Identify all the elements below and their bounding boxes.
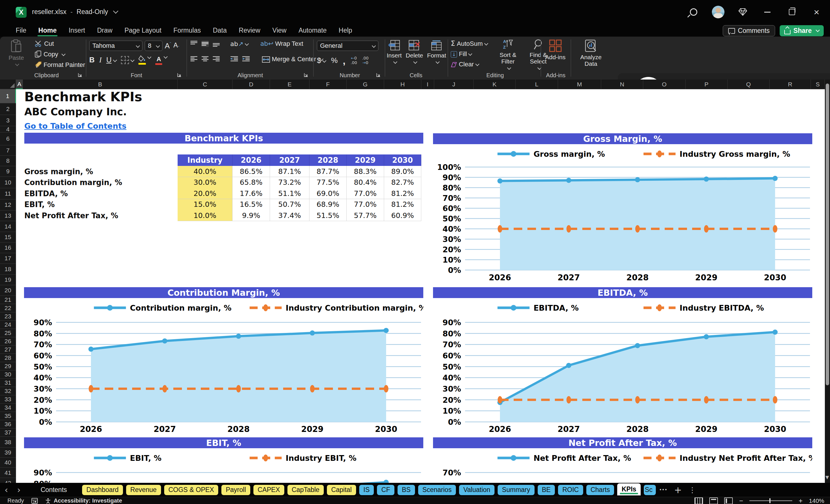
decrease-decimal-button[interactable]: .00→0: [362, 56, 369, 65]
row-header-38[interactable]: 38: [0, 437, 16, 448]
sheet-tab-summary[interactable]: Summary: [498, 485, 534, 495]
chart-npat[interactable]: Net Profit After Tax, %Net Profit After …: [433, 437, 812, 483]
kpi-cell[interactable]: 9.9%: [232, 210, 270, 221]
kpi-cell[interactable]: 57.7%: [347, 210, 384, 221]
kpi-col-header[interactable]: 2028: [310, 154, 347, 166]
column-header-H[interactable]: H: [384, 80, 421, 89]
kpi-cell[interactable]: 81.2%: [384, 199, 421, 210]
column-header-M[interactable]: M: [558, 80, 601, 89]
chart-contrib[interactable]: Contribution Margin, %Contribution margi…: [24, 287, 423, 437]
select-all-corner[interactable]: [0, 80, 16, 89]
kpi-cell[interactable]: 37.4%: [270, 210, 310, 221]
sheet-tab-scenarios[interactable]: Scenarios: [418, 485, 456, 495]
sheet-tab-contents[interactable]: Contents: [34, 485, 74, 495]
chart-ebit[interactable]: EBIT, %EBIT, %Industry EBIT, %90%80%70%6…: [24, 437, 423, 483]
kpi-cell[interactable]: 88.3%: [347, 166, 384, 177]
decrease-font-button[interactable]: Aˇ: [173, 41, 179, 50]
insert-cells-button[interactable]: Insert: [387, 40, 402, 63]
clipboard-dialog-launcher[interactable]: [77, 72, 83, 78]
row-header-3[interactable]: 3: [0, 115, 16, 126]
kpi-cell[interactable]: 51.1%: [270, 188, 310, 199]
macro-record-icon[interactable]: [31, 498, 38, 504]
row-header-12[interactable]: 12: [0, 199, 16, 211]
align-bottom-icon[interactable]: [213, 41, 220, 47]
row-header-36[interactable]: 36: [0, 420, 16, 429]
kpi-cell[interactable]: 77.0%: [347, 188, 384, 199]
sheet-tab-revenue[interactable]: Revenue: [126, 485, 161, 495]
row-header-16[interactable]: 16: [0, 243, 16, 253]
row-header-11[interactable]: 11: [0, 188, 16, 199]
kpi-cell[interactable]: 89.0%: [384, 166, 421, 177]
align-right-icon[interactable]: [213, 56, 220, 62]
close-button[interactable]: ×: [810, 5, 823, 19]
column-header-S[interactable]: S: [811, 80, 825, 89]
number-format-select[interactable]: General: [317, 41, 378, 51]
row-header-8[interactable]: 8: [0, 156, 16, 166]
zoom-out-button[interactable]: −: [739, 497, 743, 504]
column-header-J[interactable]: J: [434, 80, 474, 89]
row-header-32[interactable]: 32: [0, 387, 16, 395]
scroll-down-arrow[interactable]: ▼: [825, 475, 829, 480]
row-header-35[interactable]: 35: [0, 412, 16, 420]
kpi-cell[interactable]: 60.9%: [384, 210, 421, 221]
more-sheets-button[interactable]: •••: [656, 487, 671, 493]
page-layout-view-button[interactable]: [709, 497, 718, 504]
chart-gross[interactable]: Gross Margin, %Gross margin, %Industry G…: [433, 133, 812, 287]
column-header-B[interactable]: B: [23, 80, 178, 89]
ribbon-tab-draw[interactable]: Draw: [91, 24, 119, 37]
sheet-tab-kpis[interactable]: KPIs: [617, 483, 640, 496]
align-top-icon[interactable]: [190, 41, 198, 47]
worksheet[interactable]: Benchmark KPIs ABC Company Inc. Go to Ta…: [0, 80, 825, 483]
row-header-4[interactable]: 4: [0, 126, 16, 132]
kpi-cell[interactable]: 20.0%: [178, 188, 232, 199]
fill-button[interactable]: ↓ Fill: [451, 50, 488, 58]
normal-view-button[interactable]: [695, 497, 703, 504]
sheet-tab-payroll[interactable]: Payroll: [221, 485, 250, 495]
increase-decimal-button[interactable]: ←0.00: [351, 56, 357, 65]
kpi-cell[interactable]: 16.5%: [232, 199, 270, 210]
column-header-R[interactable]: R: [770, 80, 811, 89]
column-header-C[interactable]: C: [178, 80, 232, 89]
column-header-P[interactable]: P: [685, 80, 728, 89]
row-header-14[interactable]: 14: [0, 221, 16, 232]
zoom-in-button[interactable]: +: [799, 497, 802, 504]
row-header-13[interactable]: 13: [0, 211, 16, 221]
underline-button[interactable]: U: [106, 56, 117, 64]
kpi-col-header[interactable]: Industry: [178, 154, 232, 166]
kpi-cell[interactable]: 73.2%: [270, 177, 310, 188]
ribbon-tab-formulas[interactable]: Formulas: [167, 24, 207, 37]
row-header-10[interactable]: 10: [0, 177, 16, 188]
sheet-tab-be[interactable]: BE: [538, 485, 555, 495]
chart-ebitda[interactable]: EBITDA, %EBITDA, %Industry EBITDA, %90%8…: [433, 287, 812, 437]
column-header-E[interactable]: E: [270, 80, 310, 89]
increase-indent-icon[interactable]: [242, 56, 250, 62]
number-dialog-launcher[interactable]: [376, 72, 382, 78]
kpi-cell[interactable]: 77.0%: [347, 199, 384, 210]
sheet-tab-captable[interactable]: CapTable: [287, 485, 324, 495]
increase-font-button[interactable]: Aˆ: [165, 41, 171, 50]
kpi-cell[interactable]: 50.7%: [270, 199, 310, 210]
row-header-29[interactable]: 29: [0, 362, 16, 371]
column-header-K[interactable]: K: [474, 80, 516, 89]
kpi-cell[interactable]: 51.5%: [310, 210, 347, 221]
minimize-button[interactable]: [761, 5, 774, 19]
comments-button[interactable]: Comments: [723, 25, 775, 36]
column-header-G[interactable]: G: [347, 80, 384, 89]
kpi-cell[interactable]: 69.0%: [310, 188, 347, 199]
row-header-19[interactable]: 19: [0, 275, 16, 285]
kpi-cell[interactable]: 82.7%: [384, 177, 421, 188]
sheet-tab-charts[interactable]: Charts: [586, 485, 614, 495]
wrap-text-button[interactable]: ab↩ Wrap Text: [260, 40, 303, 48]
row-header-23[interactable]: 23: [0, 312, 16, 321]
sheet-tab-capex[interactable]: CAPEX: [253, 485, 284, 495]
ribbon-tab-automate[interactable]: Automate: [293, 24, 332, 37]
sheet-menu-button[interactable]: ⋮: [685, 486, 700, 494]
row-header-1[interactable]: 1: [0, 89, 16, 103]
ribbon-tab-home[interactable]: Home: [32, 24, 63, 37]
kpi-col-header[interactable]: 2029: [347, 154, 384, 166]
row-header-33[interactable]: 33: [0, 395, 16, 404]
align-middle-icon[interactable]: [201, 41, 209, 47]
row-header-2[interactable]: 2: [0, 103, 16, 115]
row-header-37[interactable]: 37: [0, 429, 16, 437]
kpi-cell[interactable]: 77.5%: [310, 177, 347, 188]
